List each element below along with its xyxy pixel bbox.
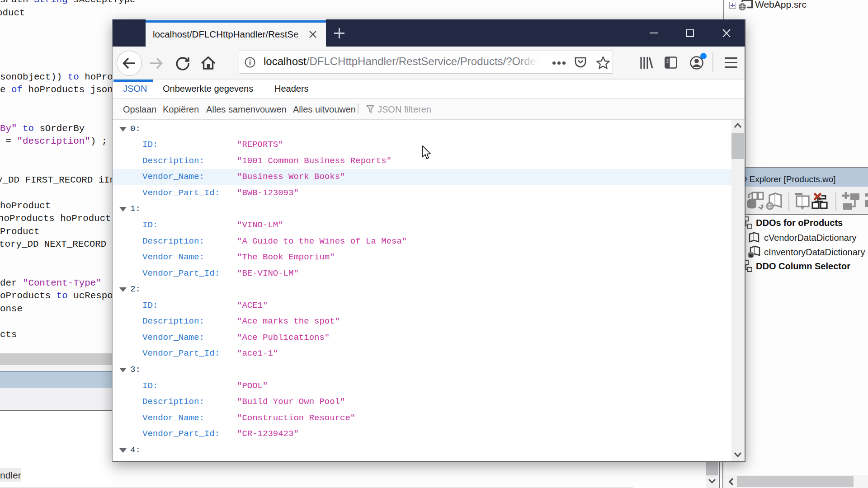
svg-text:m: m — [749, 253, 753, 258]
